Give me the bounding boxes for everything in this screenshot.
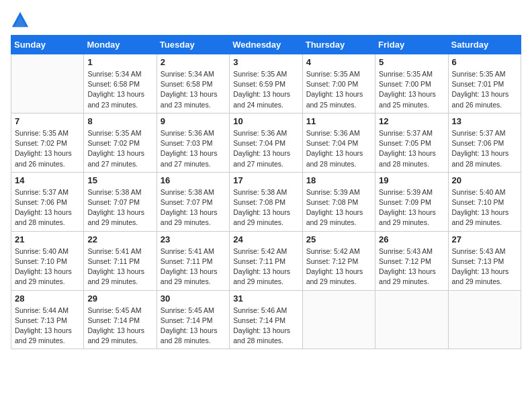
day-info: Sunrise: 5:39 AMSunset: 7:08 PMDaylight:… [306,187,371,228]
calendar-cell: 28Sunrise: 5:44 AMSunset: 7:13 PMDayligh… [11,290,84,349]
calendar-cell: 22Sunrise: 5:41 AMSunset: 7:11 PMDayligh… [84,231,157,290]
calendar-cell: 12Sunrise: 5:37 AMSunset: 7:05 PMDayligh… [375,113,448,172]
day-info: Sunrise: 5:35 AMSunset: 6:59 PMDaylight:… [233,69,298,110]
day-number: 12 [379,116,444,126]
day-info: Sunrise: 5:41 AMSunset: 7:11 PMDaylight:… [87,246,152,287]
calendar-cell: 19Sunrise: 5:39 AMSunset: 7:09 PMDayligh… [375,172,448,231]
day-number: 24 [233,234,298,244]
day-number: 4 [306,57,371,67]
day-info: Sunrise: 5:38 AMSunset: 7:07 PMDaylight:… [87,187,152,228]
day-number: 15 [87,175,152,185]
day-info: Sunrise: 5:43 AMSunset: 7:12 PMDaylight:… [379,246,444,287]
weekday-header-thursday: Thursday [302,36,375,54]
calendar-week-row: 14Sunrise: 5:37 AMSunset: 7:06 PMDayligh… [11,172,521,231]
weekday-header-sunday: Sunday [11,36,84,54]
day-info: Sunrise: 5:38 AMSunset: 7:08 PMDaylight:… [233,187,298,228]
logo [11,11,32,30]
calendar-cell: 17Sunrise: 5:38 AMSunset: 7:08 PMDayligh… [230,172,302,231]
day-info: Sunrise: 5:36 AMSunset: 7:03 PMDaylight:… [161,128,226,169]
day-number: 3 [233,57,298,67]
calendar-cell: 21Sunrise: 5:40 AMSunset: 7:10 PMDayligh… [11,231,84,290]
day-info: Sunrise: 5:40 AMSunset: 7:10 PMDaylight:… [452,187,517,228]
day-info: Sunrise: 5:41 AMSunset: 7:11 PMDaylight:… [161,246,226,287]
day-number: 19 [379,175,444,185]
page-header [11,11,521,30]
calendar-cell: 16Sunrise: 5:38 AMSunset: 7:07 PMDayligh… [157,172,229,231]
calendar-cell: 4Sunrise: 5:35 AMSunset: 7:00 PMDaylight… [302,54,375,113]
calendar-cell [302,290,375,349]
day-number: 22 [87,234,152,244]
day-info: Sunrise: 5:44 AMSunset: 7:13 PMDaylight:… [15,306,80,347]
weekday-header-wednesday: Wednesday [230,36,302,54]
calendar-cell: 25Sunrise: 5:42 AMSunset: 7:12 PMDayligh… [302,231,375,290]
day-info: Sunrise: 5:37 AMSunset: 7:06 PMDaylight:… [452,128,517,169]
day-number: 9 [161,116,226,126]
calendar-cell: 23Sunrise: 5:41 AMSunset: 7:11 PMDayligh… [157,231,229,290]
calendar-cell: 7Sunrise: 5:35 AMSunset: 7:02 PMDaylight… [11,113,84,172]
day-info: Sunrise: 5:34 AMSunset: 6:58 PMDaylight:… [87,69,152,110]
day-info: Sunrise: 5:38 AMSunset: 7:07 PMDaylight:… [161,187,226,228]
calendar-cell: 15Sunrise: 5:38 AMSunset: 7:07 PMDayligh… [84,172,157,231]
calendar-cell: 24Sunrise: 5:42 AMSunset: 7:11 PMDayligh… [230,231,302,290]
day-number: 26 [379,234,444,244]
day-number: 11 [306,116,371,126]
calendar-cell: 5Sunrise: 5:35 AMSunset: 7:00 PMDaylight… [375,54,448,113]
calendar-cell: 6Sunrise: 5:35 AMSunset: 7:01 PMDaylight… [448,54,521,113]
day-number: 27 [452,234,517,244]
day-number: 7 [15,116,80,126]
day-info: Sunrise: 5:45 AMSunset: 7:14 PMDaylight:… [87,306,152,347]
day-info: Sunrise: 5:35 AMSunset: 7:02 PMDaylight:… [87,128,152,169]
calendar-cell: 10Sunrise: 5:36 AMSunset: 7:04 PMDayligh… [230,113,302,172]
day-number: 18 [306,175,371,185]
calendar-week-row: 1Sunrise: 5:34 AMSunset: 6:58 PMDaylight… [11,54,521,113]
calendar-cell: 30Sunrise: 5:45 AMSunset: 7:14 PMDayligh… [157,290,229,349]
weekday-header-friday: Friday [375,36,448,54]
calendar-cell: 8Sunrise: 5:35 AMSunset: 7:02 PMDaylight… [84,113,157,172]
day-info: Sunrise: 5:46 AMSunset: 7:14 PMDaylight:… [233,306,298,347]
day-number: 23 [161,234,226,244]
day-number: 21 [15,234,80,244]
calendar-week-row: 7Sunrise: 5:35 AMSunset: 7:02 PMDaylight… [11,113,521,172]
calendar-table: SundayMondayTuesdayWednesdayThursdayFrid… [11,35,521,349]
day-info: Sunrise: 5:42 AMSunset: 7:11 PMDaylight:… [233,246,298,287]
calendar-week-row: 21Sunrise: 5:40 AMSunset: 7:10 PMDayligh… [11,231,521,290]
day-info: Sunrise: 5:36 AMSunset: 7:04 PMDaylight:… [233,128,298,169]
day-number: 6 [452,57,517,67]
day-number: 1 [87,57,152,67]
day-info: Sunrise: 5:37 AMSunset: 7:05 PMDaylight:… [379,128,444,169]
calendar-week-row: 28Sunrise: 5:44 AMSunset: 7:13 PMDayligh… [11,290,521,349]
day-info: Sunrise: 5:35 AMSunset: 7:00 PMDaylight:… [379,69,444,110]
calendar-cell: 31Sunrise: 5:46 AMSunset: 7:14 PMDayligh… [230,290,302,349]
day-number: 25 [306,234,371,244]
day-number: 2 [161,57,226,67]
calendar-cell: 2Sunrise: 5:34 AMSunset: 6:58 PMDaylight… [157,54,229,113]
weekday-header-saturday: Saturday [448,36,521,54]
day-number: 17 [233,175,298,185]
day-info: Sunrise: 5:40 AMSunset: 7:10 PMDaylight:… [15,246,80,287]
day-info: Sunrise: 5:35 AMSunset: 7:02 PMDaylight:… [15,128,80,169]
day-info: Sunrise: 5:37 AMSunset: 7:06 PMDaylight:… [15,187,80,228]
day-number: 13 [452,116,517,126]
logo-icon [11,11,30,30]
calendar-cell: 3Sunrise: 5:35 AMSunset: 6:59 PMDaylight… [230,54,302,113]
calendar-cell: 20Sunrise: 5:40 AMSunset: 7:10 PMDayligh… [448,172,521,231]
day-info: Sunrise: 5:42 AMSunset: 7:12 PMDaylight:… [306,246,371,287]
day-number: 30 [161,293,226,304]
day-number: 16 [161,175,226,185]
calendar-cell [448,290,521,349]
day-info: Sunrise: 5:36 AMSunset: 7:04 PMDaylight:… [306,128,371,169]
day-info: Sunrise: 5:34 AMSunset: 6:58 PMDaylight:… [161,69,226,110]
day-number: 20 [452,175,517,185]
calendar-cell: 27Sunrise: 5:43 AMSunset: 7:13 PMDayligh… [448,231,521,290]
day-info: Sunrise: 5:45 AMSunset: 7:14 PMDaylight:… [161,306,226,347]
day-number: 29 [87,293,152,304]
day-info: Sunrise: 5:35 AMSunset: 7:01 PMDaylight:… [452,69,517,110]
day-info: Sunrise: 5:35 AMSunset: 7:00 PMDaylight:… [306,69,371,110]
day-number: 14 [15,175,80,185]
calendar-header-row: SundayMondayTuesdayWednesdayThursdayFrid… [11,36,521,54]
calendar-cell: 13Sunrise: 5:37 AMSunset: 7:06 PMDayligh… [448,113,521,172]
day-number: 31 [233,293,298,304]
day-info: Sunrise: 5:39 AMSunset: 7:09 PMDaylight:… [379,187,444,228]
day-number: 8 [87,116,152,126]
calendar-cell: 29Sunrise: 5:45 AMSunset: 7:14 PMDayligh… [84,290,157,349]
